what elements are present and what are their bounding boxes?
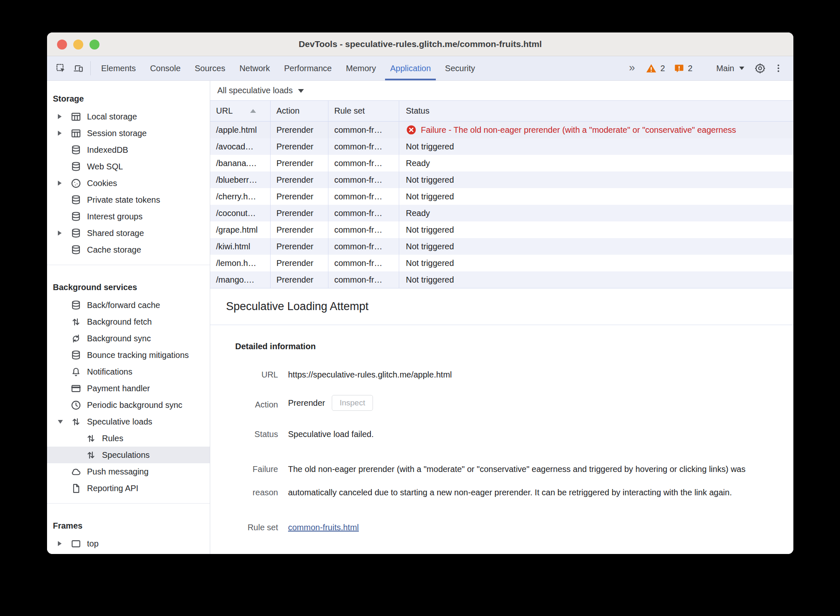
database-icon xyxy=(70,161,82,172)
sidebar-item-background-fetch[interactable]: Background fetch xyxy=(47,313,210,330)
sidebar-item-reporting-api[interactable]: Reporting API xyxy=(47,480,210,497)
sidebar-item-web-sql[interactable]: Web SQL xyxy=(47,158,210,175)
inspect-element-icon[interactable] xyxy=(52,56,70,80)
zoom-window-button[interactable] xyxy=(89,40,99,50)
tab-application[interactable]: Application xyxy=(383,56,438,80)
sidebar-item-session-storage[interactable]: Session storage xyxy=(47,125,210,142)
column-header-rule-set[interactable]: Rule set xyxy=(328,101,399,121)
toolbar-divider xyxy=(90,61,91,75)
database-icon xyxy=(70,244,82,256)
sidebar-section-title: Storage xyxy=(47,83,210,108)
sidebar-item-interest-groups[interactable]: Interest groups xyxy=(47,208,210,225)
frame-icon xyxy=(70,538,82,549)
chevron-down-icon[interactable] xyxy=(58,420,70,424)
status-text: Failure - The old non-eager prerender (w… xyxy=(421,125,736,135)
issues-badge[interactable]: 2 xyxy=(673,63,693,74)
sidebar-item-label: Push messaging xyxy=(87,467,149,477)
title-bar: DevTools - speculative-rules.glitch.me/c… xyxy=(47,32,793,56)
sidebar-item-back-forward-cache[interactable]: Back/forward cache xyxy=(47,297,210,313)
column-header-action[interactable]: Action xyxy=(271,101,328,121)
sidebar-item-rules[interactable]: Rules xyxy=(47,430,210,447)
sidebar-item-shared-storage[interactable]: Shared storage xyxy=(47,225,210,241)
sidebar-item-label: Web SQL xyxy=(87,162,123,171)
speculations-table: URLActionRule setStatus /apple.htmlPrere… xyxy=(210,101,793,288)
cloud-icon xyxy=(70,466,82,477)
updown-icon xyxy=(85,433,97,444)
sidebar-item-background-sync[interactable]: Background sync xyxy=(47,330,210,347)
close-window-button[interactable] xyxy=(57,40,67,50)
chevron-right-icon[interactable] xyxy=(58,131,70,136)
sidebar-item-periodic-background-sync[interactable]: Periodic background sync xyxy=(47,397,210,413)
table-row[interactable]: /apple.htmlPrerendercommon-fr…Failure - … xyxy=(210,122,793,138)
sidebar-item-cookies[interactable]: Cookies xyxy=(47,175,210,191)
settings-gear-icon[interactable] xyxy=(751,62,769,74)
rule-set-cell: common-fr… xyxy=(328,171,399,188)
rule-set-cell: common-fr… xyxy=(328,205,399,221)
sidebar-item-top[interactable]: top xyxy=(47,535,210,552)
minimize-window-button[interactable] xyxy=(73,40,83,50)
rule-set-link[interactable]: common-fruits.html xyxy=(288,523,359,532)
warnings-badge[interactable]: 2 xyxy=(646,63,665,74)
chevron-right-icon[interactable] xyxy=(58,181,70,186)
rule-set-cell: common-fr… xyxy=(328,255,399,271)
more-options-icon[interactable] xyxy=(769,63,788,73)
sidebar-item-speculative-loads[interactable]: Speculative loads xyxy=(47,413,210,430)
chevron-down-icon[interactable] xyxy=(298,89,304,93)
failure-reason-label: Failure reason xyxy=(226,457,278,504)
table-row[interactable]: /coconut…Prerendercommon-fr…Ready xyxy=(210,205,793,221)
sidebar-item-payment-handler[interactable]: Payment handler xyxy=(47,380,210,397)
sidebar-item-indexeddb[interactable]: IndexedDB xyxy=(47,142,210,158)
rule-set-cell: common-fr… xyxy=(328,221,399,238)
status-text: Not triggered xyxy=(406,275,454,285)
tab-elements[interactable]: Elements xyxy=(94,56,143,80)
sidebar-item-local-storage[interactable]: Local storage xyxy=(47,108,210,125)
tab-network[interactable]: Network xyxy=(232,56,277,80)
status-text: Not triggered xyxy=(406,142,454,152)
table-row[interactable]: /cherry.h…Prerendercommon-fr…Not trigger… xyxy=(210,188,793,205)
sidebar-item-label: IndexedDB xyxy=(87,145,128,155)
url-cell: /kiwi.html xyxy=(210,238,271,255)
action-cell: Prerender xyxy=(271,155,328,171)
table-row[interactable]: /kiwi.htmlPrerendercommon-fr…Not trigger… xyxy=(210,238,793,255)
tab-sources[interactable]: Sources xyxy=(188,56,232,80)
table-row[interactable]: /avocad…Prerendercommon-fr…Not triggered xyxy=(210,138,793,155)
table-row[interactable]: /banana.…Prerendercommon-fr…Ready xyxy=(210,155,793,171)
sidebar-item-bounce-tracking-mitigations[interactable]: Bounce tracking mitigations xyxy=(47,347,210,363)
speculative-loads-filter[interactable]: All speculative loads xyxy=(217,86,293,95)
status-cell: Not triggered xyxy=(399,255,793,271)
tab-console[interactable]: Console xyxy=(143,56,187,80)
sidebar-item-notifications[interactable]: Notifications xyxy=(47,363,210,380)
sidebar-item-speculations[interactable]: Speculations xyxy=(47,447,210,463)
rule-set-cell: common-fr… xyxy=(328,271,399,288)
more-tabs-icon[interactable]: » xyxy=(626,61,646,76)
inspect-button[interactable]: Inspect xyxy=(332,395,373,411)
table-row[interactable]: /mango.…Prerendercommon-fr…Not triggered xyxy=(210,271,793,288)
column-header-url[interactable]: URL xyxy=(210,101,271,121)
tab-security[interactable]: Security xyxy=(438,56,482,80)
detail-row-failure-reason: Failure reason The old non-eager prerend… xyxy=(226,457,793,504)
tab-memory[interactable]: Memory xyxy=(339,56,383,80)
action-cell: Prerender xyxy=(271,138,328,155)
tab-performance[interactable]: Performance xyxy=(277,56,339,80)
column-header-status[interactable]: Status xyxy=(399,101,793,121)
sidebar-item-label: Interest groups xyxy=(87,212,142,221)
table-row[interactable]: /blueberr…Prerendercommon-fr…Not trigger… xyxy=(210,171,793,188)
table-row[interactable]: /grape.htmlPrerendercommon-fr…Not trigge… xyxy=(210,221,793,238)
chevron-right-icon[interactable] xyxy=(58,541,70,546)
sidebar-item-private-state-tokens[interactable]: Private state tokens xyxy=(47,191,210,208)
sidebar-item-cache-storage[interactable]: Cache storage xyxy=(47,241,210,258)
target-selector[interactable]: Main xyxy=(708,64,751,73)
chevron-right-icon[interactable] xyxy=(58,114,70,119)
url-label: URL xyxy=(226,369,278,380)
detail-row-rule-set: Rule set common-fruits.html xyxy=(226,522,793,533)
column-label: Rule set xyxy=(334,106,365,116)
section-divider xyxy=(47,265,210,265)
sidebar-item-push-messaging[interactable]: Push messaging xyxy=(47,463,210,480)
table-row[interactable]: /lemon.h…Prerendercommon-fr…Not triggere… xyxy=(210,255,793,271)
rule-set-cell: common-fr… xyxy=(328,188,399,205)
action-cell: Prerender xyxy=(271,255,328,271)
devtools-window: DevTools - speculative-rules.glitch.me/c… xyxy=(47,32,793,554)
device-toolbar-icon[interactable] xyxy=(70,56,87,80)
chevron-right-icon[interactable] xyxy=(58,231,70,236)
panel-tabs: ElementsConsoleSourcesNetworkPerformance… xyxy=(94,56,482,80)
